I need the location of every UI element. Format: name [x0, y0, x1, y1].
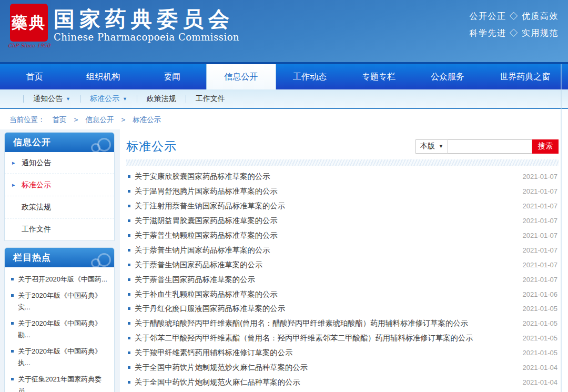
announcement-row[interactable]: 关于滋阴益胃胶囊国家药品标准草案的公示 2021-01-07: [126, 214, 559, 228]
announcement-title: 关于萘普生钠国家药品标准草案的公示: [135, 260, 516, 270]
announcement-date: 2021-01-07: [523, 261, 558, 269]
hot-topic-link[interactable]: 关于召开2020年版《中国药...: [10, 274, 109, 285]
nav-item-public-service[interactable]: 公众服务: [413, 64, 482, 89]
sidebar-item-label: 政策法规: [22, 203, 51, 212]
nav-item-special-topics[interactable]: 专题专栏: [344, 64, 413, 89]
sidebar-item-standard-announcements[interactable]: ▸ 标准公示: [5, 174, 114, 196]
announcement-row[interactable]: 关于补血生乳颗粒国家药品标准草案的公示 2021-01-06: [126, 287, 559, 301]
announcement-row[interactable]: 关于全国中药饮片炮制规范火麻仁品种草案的公示 2021-01-04: [126, 375, 559, 389]
sidebar-section-hot-topics: 栏目热点 关于召开2020年版《中国药... 关于2020年版《中国药典》实..…: [4, 247, 115, 392]
announcement-row[interactable]: 关于羧甲纤维素钙药用辅料标准修订草案的公示 2021-01-05: [126, 346, 559, 360]
bullet-square-icon: [11, 350, 14, 353]
site-title-en: Chinese Pharmacopoeia Commission: [54, 32, 239, 43]
hot-topic-link[interactable]: 关于2020年版《中国药典》实...: [10, 290, 109, 313]
bullet-square-icon: [128, 190, 130, 193]
announcement-date: 2021-01-05: [523, 305, 558, 313]
announcement-title: 关于全国中药饮片炮制规范火麻仁品种草案的公示: [135, 377, 516, 387]
site-brand: 国家药典委员会 Chinese Pharmacopoeia Commission: [54, 7, 239, 43]
announcement-title: 关于温胃舒泡腾片国家药品标准草案的公示: [135, 186, 516, 196]
hot-topics-list: 关于召开2020年版《中国药... 关于2020年版《中国药典》实... 关于2…: [5, 267, 114, 392]
bullet-square-icon: [128, 351, 130, 354]
subnav-separator: [80, 95, 80, 103]
subnav-item-standard-announcements[interactable]: 标准公示 ▼: [90, 94, 127, 104]
subnav-item-notices[interactable]: 通知公告 ▼: [33, 94, 70, 104]
breadcrumb-standard-announcements[interactable]: 标准公示: [133, 115, 161, 125]
sidebar-item-label: 标准公示: [22, 180, 51, 190]
announcement-title: 关于邻苯二甲酸羟丙甲纤维素酯（曾用名：羟丙甲纤维素邻苯二甲酸酯）药用辅料标准修订…: [135, 333, 516, 343]
subnav-item-work-documents[interactable]: 工作文件: [196, 94, 225, 104]
bullet-square-icon: [128, 249, 130, 252]
hot-topic-text: 关于召开2020年版《中国药...: [18, 274, 107, 285]
breadcrumb-information-disclosure[interactable]: 信息公开: [85, 115, 114, 125]
bullet-square-icon: [128, 322, 130, 325]
subnav-item-label: 通知公告: [33, 94, 63, 104]
breadcrumb-home[interactable]: 首页: [53, 115, 67, 125]
sidebar-item-notices[interactable]: ▸ 通知公告: [5, 152, 114, 174]
main-header-row: 标准公示 本版 ▼ 搜索: [126, 129, 559, 155]
bullet-square-icon: [128, 234, 130, 237]
announcement-row[interactable]: 关于萘普生钠颗粒国家药品标准草案的公示 2021-01-07: [126, 228, 559, 243]
search-input[interactable]: [448, 139, 532, 154]
announcement-title: 关于丹红化瘀口服液国家药品标准草案的公示: [135, 304, 516, 314]
breadcrumb-prefix: 当前位置：: [9, 115, 45, 125]
nav-item-information-disclosure[interactable]: 信息公开: [207, 64, 276, 89]
bullet-square-icon: [128, 264, 130, 266]
bullet-square-icon: [11, 322, 14, 325]
announcement-title: 关于萘普生钠片国家药品标准草案的公示: [135, 245, 516, 255]
nav-item-world-pharmacopoeia[interactable]: 世界药典之窗: [482, 64, 568, 89]
hot-topic-text: 关于2020年版《中国药典》勘...: [18, 318, 109, 341]
announcement-row[interactable]: 关于醋酸琥珀酸羟丙甲纤维素酯(曾用名：醋酸羟丙甲纤维素琥珀酸酯）药用辅料标准修订…: [126, 316, 559, 331]
sidebar-item-work-documents[interactable]: 工作文件: [5, 218, 114, 240]
hot-topic-link[interactable]: 关于2020年版《中国药典》执...: [10, 346, 109, 369]
sidebar-item-label: 通知公告: [22, 158, 51, 168]
page: 藥典 ChP Since 1950 国家药典委员会 Chinese Pharma…: [0, 0, 568, 392]
nav-item-news[interactable]: 要闻: [138, 64, 207, 89]
subnav-item-policies[interactable]: 政策法规: [147, 94, 176, 104]
striped-divider: [126, 159, 559, 166]
site-logo[interactable]: 藥典 ChP Since 1950: [6, 4, 52, 48]
sidebar-section-title: 信息公开: [5, 133, 114, 152]
bullet-square-icon: [128, 219, 130, 222]
bullet-square-icon: [128, 175, 130, 178]
announcement-row[interactable]: 关于萘普生国家药品标准草案的公示 2021-01-07: [126, 272, 559, 287]
sidebar-item-policies[interactable]: 政策法规: [5, 196, 114, 218]
announcement-row[interactable]: 关于邻苯二甲酸羟丙甲纤维素酯（曾用名：羟丙甲纤维素邻苯二甲酸酯）药用辅料标准修订…: [126, 331, 559, 346]
announcement-date: 2021-01-07: [523, 217, 558, 225]
announcement-row[interactable]: 关于丹红化瘀口服液国家药品标准草案的公示 2021-01-05: [126, 301, 559, 316]
announcement-list: 关于安康欣胶囊国家药品标准草案的公示 2021-01-07 关于温胃舒泡腾片国家…: [126, 169, 559, 389]
bullet-square-icon: [11, 378, 14, 380]
breadcrumb-separator: >: [121, 116, 125, 124]
announcement-row[interactable]: 关于全国中药饮片炮制规范炒火麻仁品种草案的公示 2021-01-04: [126, 360, 559, 375]
page-title: 标准公示: [126, 138, 177, 155]
announcement-date: 2021-01-07: [523, 187, 558, 195]
announcement-date: 2021-01-05: [523, 319, 558, 327]
announcement-date: 2021-01-05: [523, 349, 558, 357]
slogan-line-1: 公开公正 ◇ 优质高效: [470, 8, 559, 25]
announcement-title: 关于安康欣胶囊国家药品标准草案的公示: [135, 172, 516, 182]
arrow-right-icon: ▸: [12, 159, 17, 166]
arrow-right-icon: ▸: [12, 182, 17, 188]
content-area: 信息公开 ▸ 通知公告 ▸ 标准公示 政策法规 工作文件: [0, 129, 568, 392]
hot-topic-link[interactable]: 关于2020年版《中国药典》勘...: [10, 318, 109, 341]
announcement-date: 2021-01-07: [523, 202, 558, 210]
bullet-square-icon: [128, 278, 130, 281]
nav-item-home[interactable]: 首页: [0, 64, 69, 89]
search-scope-dropdown[interactable]: 本版 ▼: [415, 139, 448, 154]
nav-item-organization[interactable]: 组织机构: [69, 64, 138, 89]
bullet-square-icon: [128, 366, 130, 369]
announcement-row[interactable]: 关于萘普生钠国家药品标准草案的公示 2021-01-07: [126, 257, 559, 272]
nav-item-work-updates[interactable]: 工作动态: [276, 64, 344, 89]
bullet-square-icon: [11, 278, 14, 280]
announcement-row[interactable]: 关于温胃舒泡腾片国家药品标准草案的公示 2021-01-07: [126, 184, 559, 199]
hot-topic-link[interactable]: 关于征集2021年国家药典委员...: [10, 374, 109, 392]
announcement-date: 2021-01-07: [523, 246, 558, 254]
hot-topic-text: 关于2020年版《中国药典》实...: [18, 290, 109, 313]
announcement-row[interactable]: 关于注射用萘普生钠国家药品标准草案的公示 2021-01-07: [126, 199, 559, 214]
breadcrumb: 当前位置： 首页 > 信息公开 > 标准公示: [0, 110, 568, 129]
announcement-row[interactable]: 关于安康欣胶囊国家药品标准草案的公示 2021-01-07: [126, 169, 559, 184]
bullet-square-icon: [128, 381, 130, 384]
announcement-row[interactable]: 关于萘普生钠片国家药品标准草案的公示 2021-01-07: [126, 243, 559, 257]
search-button[interactable]: 搜索: [532, 139, 559, 154]
sidebar-title-text: 信息公开: [13, 136, 51, 148]
cloud-decoration-icon: [87, 253, 111, 266]
